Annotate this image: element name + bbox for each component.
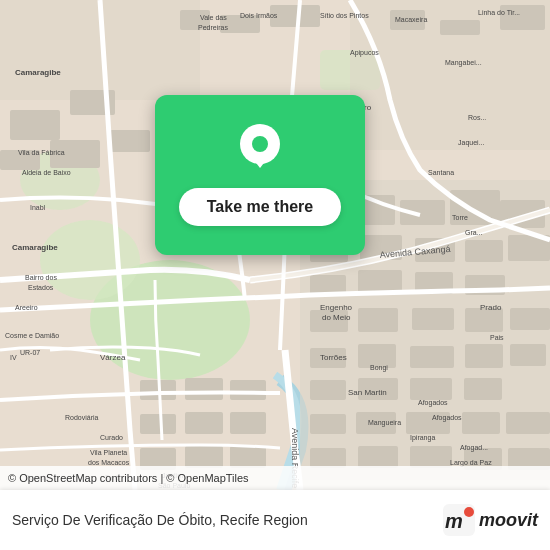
svg-rect-43 [310, 380, 346, 400]
svg-text:Pedreiras: Pedreiras [198, 24, 228, 31]
svg-text:Santana: Santana [428, 169, 454, 176]
svg-text:Ipiranga: Ipiranga [410, 434, 435, 442]
svg-text:UR-07: UR-07 [20, 349, 40, 356]
svg-rect-20 [360, 195, 395, 225]
svg-rect-53 [358, 446, 398, 468]
svg-text:Pais: Pais [490, 334, 504, 341]
svg-rect-64 [185, 446, 223, 468]
svg-text:Afogados: Afogados [432, 414, 462, 422]
svg-text:Bongi: Bongi [370, 364, 388, 372]
svg-rect-51 [506, 412, 550, 434]
svg-rect-61 [185, 412, 223, 434]
svg-text:Vila Planeta: Vila Planeta [90, 449, 127, 456]
svg-text:Apipucos: Apipucos [350, 49, 379, 57]
svg-rect-46 [464, 378, 502, 400]
svg-text:Afogados: Afogados [418, 399, 448, 407]
svg-rect-27 [465, 240, 503, 262]
svg-rect-50 [462, 412, 500, 434]
bottom-bar: Serviço De Verificação De Óbito, Recife … [0, 490, 550, 550]
svg-text:Curado: Curado [100, 434, 123, 441]
map-container: Avenida Caxangá Avenida Recife Camaragib… [0, 0, 550, 490]
svg-text:Areeiro: Areeiro [15, 304, 38, 311]
svg-text:Mangabei...: Mangabei... [445, 59, 482, 67]
svg-text:Cosme e Damião: Cosme e Damião [5, 332, 59, 339]
svg-text:Camaragibe: Camaragibe [15, 68, 61, 77]
take-me-there-button[interactable]: Take me there [179, 188, 341, 226]
svg-rect-47 [310, 414, 346, 434]
svg-rect-42 [510, 344, 546, 366]
svg-text:Vila da Fábrica: Vila da Fábrica [18, 149, 65, 156]
svg-rect-10 [270, 5, 320, 27]
svg-text:Várzea: Várzea [100, 353, 126, 362]
svg-text:Ros...: Ros... [468, 114, 486, 121]
svg-rect-52 [310, 448, 346, 468]
svg-rect-45 [410, 378, 452, 400]
svg-text:Macaxeira: Macaxeira [395, 16, 427, 23]
location-pin-icon [238, 124, 282, 178]
svg-point-119 [464, 507, 474, 517]
svg-text:Jaquei...: Jaquei... [458, 139, 485, 147]
svg-text:Bairro dos: Bairro dos [25, 274, 57, 281]
svg-text:San Martin: San Martin [348, 388, 387, 397]
svg-text:Engenho: Engenho [320, 303, 353, 312]
svg-rect-34 [358, 308, 398, 332]
svg-text:Mangueira: Mangueira [368, 419, 401, 427]
svg-text:Afogad...: Afogad... [460, 444, 488, 452]
svg-rect-62 [230, 412, 266, 434]
svg-text:m: m [445, 510, 463, 532]
svg-rect-37 [510, 308, 550, 330]
map-attribution: © OpenStreetMap contributors | © OpenMap… [0, 466, 550, 490]
svg-text:Prado: Prado [480, 303, 502, 312]
svg-rect-12 [440, 20, 480, 35]
moovit-logo-icon: m [443, 504, 475, 536]
svg-text:Aldeia de Baixo: Aldeia de Baixo [22, 169, 71, 176]
svg-rect-35 [412, 308, 454, 330]
svg-text:Vale das: Vale das [200, 14, 227, 21]
svg-point-2 [40, 220, 140, 300]
svg-text:do Meio: do Meio [322, 313, 351, 322]
svg-text:dos Macacos: dos Macacos [88, 459, 130, 466]
svg-text:Sítio dos Pintos: Sítio dos Pintos [320, 12, 369, 19]
svg-rect-65 [230, 446, 266, 468]
location-name: Serviço De Verificação De Óbito, Recife … [12, 512, 443, 528]
svg-rect-41 [465, 344, 503, 368]
svg-rect-14 [10, 110, 60, 140]
svg-text:Estados: Estados [28, 284, 54, 291]
attribution-text: © OpenStreetMap contributors | © OpenMap… [8, 472, 249, 484]
destination-card: Take me there [155, 95, 365, 255]
svg-text:Camaragibe: Camaragibe [12, 243, 58, 252]
svg-rect-59 [230, 380, 266, 400]
svg-text:Gra...: Gra... [465, 229, 483, 236]
svg-point-116 [252, 136, 268, 152]
svg-rect-54 [410, 446, 452, 468]
svg-rect-60 [140, 414, 176, 434]
svg-rect-40 [410, 346, 454, 368]
svg-text:Torre: Torre [452, 214, 468, 221]
svg-rect-58 [185, 378, 223, 400]
svg-text:Linha do Tir...: Linha do Tir... [478, 9, 520, 16]
moovit-brand-text: moovit [479, 510, 538, 531]
svg-text:Inabl: Inabl [30, 204, 46, 211]
svg-text:Rodoviária: Rodoviária [65, 414, 99, 421]
svg-text:IV: IV [10, 354, 17, 361]
svg-text:Dois Irmãos: Dois Irmãos [240, 12, 278, 19]
moovit-logo: m moovit [443, 504, 538, 536]
svg-rect-18 [110, 130, 150, 152]
svg-text:Torrões: Torrões [320, 353, 347, 362]
